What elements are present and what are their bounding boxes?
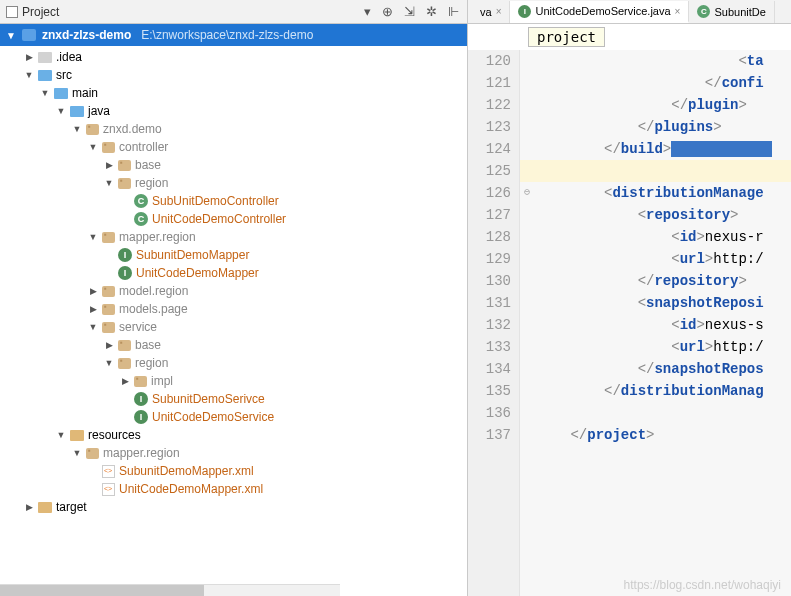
code-line[interactable]: <snapshotReposi bbox=[520, 292, 791, 314]
chevron-down-icon[interactable]: ▼ bbox=[24, 70, 34, 80]
tree-item[interactable]: ▶impl bbox=[0, 372, 467, 390]
line-number: 137 bbox=[468, 424, 511, 446]
tree-item[interactable]: ▼resources bbox=[0, 426, 467, 444]
code-line[interactable]: <repository> bbox=[520, 204, 791, 226]
code-line[interactable]: <url>http:/ bbox=[520, 248, 791, 270]
tree-item[interactable]: ▶CUnitCodeDemoController bbox=[0, 210, 467, 228]
code-area[interactable]: <ta </confi </plugin> </plugins> </build… bbox=[520, 50, 791, 596]
close-icon[interactable]: × bbox=[675, 6, 681, 17]
tree-item[interactable]: ▶target bbox=[0, 498, 467, 516]
editor-tab[interactable]: IUnitCodeDemoService.java× bbox=[510, 1, 689, 23]
chevron-right-icon[interactable]: ▶ bbox=[88, 304, 98, 314]
tree-item[interactable]: ▼controller bbox=[0, 138, 467, 156]
chevron-down-icon[interactable]: ▼ bbox=[40, 88, 50, 98]
code-line[interactable]: <id>nexus-r bbox=[520, 226, 791, 248]
collapse-icon[interactable]: ⇲ bbox=[401, 4, 417, 20]
chevron-down-icon[interactable]: ▼ bbox=[56, 106, 66, 116]
chevron-down-icon[interactable]: ▼ bbox=[88, 232, 98, 242]
code-line[interactable] bbox=[520, 160, 791, 182]
tree-item[interactable]: ▼java bbox=[0, 102, 467, 120]
gear-icon[interactable]: ✲ bbox=[423, 4, 439, 20]
chevron-down-icon: ▼ bbox=[6, 30, 16, 41]
tree-item[interactable]: ▼region bbox=[0, 174, 467, 192]
code-line[interactable]: </build> bbox=[520, 138, 791, 160]
code-line[interactable] bbox=[520, 402, 791, 424]
code-editor[interactable]: 1201211221231241251261271281291301311321… bbox=[468, 50, 791, 596]
code-line[interactable]: </distributionManag bbox=[520, 380, 791, 402]
code-line[interactable]: <url>http:/ bbox=[520, 336, 791, 358]
tree-item[interactable]: ▶CSubUnitDemoController bbox=[0, 192, 467, 210]
folder-icon bbox=[70, 106, 84, 117]
tree-item[interactable]: ▼mapper.region bbox=[0, 444, 467, 462]
line-number: 136 bbox=[468, 402, 511, 424]
project-root-row[interactable]: ▼ znxd-zlzs-demo E:\znworkspace\znxd-zlz… bbox=[0, 24, 467, 46]
tree-item[interactable]: ▼service bbox=[0, 318, 467, 336]
horizontal-scrollbar[interactable] bbox=[0, 584, 340, 596]
chevron-right-icon[interactable]: ▶ bbox=[120, 376, 130, 386]
chevron-right-icon[interactable]: ▶ bbox=[88, 286, 98, 296]
chevron-down-icon[interactable]: ▼ bbox=[104, 178, 114, 188]
tree-item[interactable]: ▼mapper.region bbox=[0, 228, 467, 246]
chevron-right-icon[interactable]: ▶ bbox=[104, 160, 114, 170]
locate-icon[interactable]: ⊕ bbox=[379, 4, 395, 20]
package-icon bbox=[86, 448, 99, 459]
fold-marker bbox=[520, 50, 534, 72]
class-icon: C bbox=[134, 194, 148, 208]
tree-item-label: UnitCodeDemoService bbox=[152, 410, 274, 424]
tree-item[interactable]: ▶models.page bbox=[0, 300, 467, 318]
tree-item[interactable]: ▶model.region bbox=[0, 282, 467, 300]
close-icon[interactable]: × bbox=[496, 6, 502, 17]
fold-marker[interactable]: ⊖ bbox=[520, 182, 534, 204]
chevron-right-icon[interactable]: ▶ bbox=[24, 502, 34, 512]
code-line[interactable]: </snapshotRepos bbox=[520, 358, 791, 380]
chevron-down-icon[interactable]: ▼ bbox=[56, 430, 66, 440]
tree-item[interactable]: ▼znxd.demo bbox=[0, 120, 467, 138]
code-line[interactable]: </plugins> bbox=[520, 116, 791, 138]
chevron-down-icon[interactable]: ▼ bbox=[104, 358, 114, 368]
code-line[interactable]: <id>nexus-s bbox=[520, 314, 791, 336]
tree-item[interactable]: ▶ISubunitDemoSerivce bbox=[0, 390, 467, 408]
chevron-down-icon[interactable]: ▼ bbox=[88, 322, 98, 332]
code-line[interactable]: <distributionManage bbox=[520, 182, 791, 204]
tree-item[interactable]: ▶ISubunitDemoMapper bbox=[0, 246, 467, 264]
dropdown-icon[interactable]: ▾ bbox=[359, 4, 375, 20]
tree-item-label: region bbox=[135, 356, 168, 370]
tree-item[interactable]: ▶IUnitCodeDemoService bbox=[0, 408, 467, 426]
editor-tab[interactable]: va× bbox=[472, 1, 510, 23]
code-line[interactable]: </plugin> bbox=[520, 94, 791, 116]
tab-label: SubunitDe bbox=[714, 6, 765, 18]
chevron-down-icon[interactable]: ▼ bbox=[72, 124, 82, 134]
code-line[interactable]: <ta bbox=[520, 50, 791, 72]
tree-item-label: resources bbox=[88, 428, 141, 442]
hide-icon[interactable]: ⊩ bbox=[445, 4, 461, 20]
chevron-down-icon[interactable]: ▼ bbox=[72, 448, 82, 458]
tree-item[interactable]: ▼main bbox=[0, 84, 467, 102]
tree-item[interactable]: ▼src bbox=[0, 66, 467, 84]
folder-icon bbox=[54, 88, 68, 99]
tree-item[interactable]: ▶base bbox=[0, 336, 467, 354]
code-line[interactable]: </repository> bbox=[520, 270, 791, 292]
chevron-down-icon[interactable]: ▼ bbox=[88, 142, 98, 152]
chevron-right-icon[interactable]: ▶ bbox=[24, 52, 34, 62]
code-line[interactable]: </project> bbox=[520, 424, 791, 446]
tree-item[interactable]: ▶IUnitCodeDemoMapper bbox=[0, 264, 467, 282]
editor-tab[interactable]: CSubunitDe bbox=[689, 1, 774, 23]
tree-item-label: mapper.region bbox=[119, 230, 196, 244]
tree-item-label: mapper.region bbox=[103, 446, 180, 460]
tree-item-label: region bbox=[135, 176, 168, 190]
tree-item[interactable]: ▶base bbox=[0, 156, 467, 174]
fold-marker bbox=[520, 138, 534, 160]
tree-item[interactable]: ▼region bbox=[0, 354, 467, 372]
package-icon bbox=[102, 304, 115, 315]
tree-item[interactable]: ▶SubunitDemoMapper.xml bbox=[0, 462, 467, 480]
tree-item-label: model.region bbox=[119, 284, 188, 298]
code-line[interactable]: </confi bbox=[520, 72, 791, 94]
breadcrumb-box[interactable]: project bbox=[528, 27, 605, 47]
tree-item[interactable]: ▶.idea bbox=[0, 48, 467, 66]
line-number: 134 bbox=[468, 358, 511, 380]
chevron-right-icon[interactable]: ▶ bbox=[104, 340, 114, 350]
tree-item-label: models.page bbox=[119, 302, 188, 316]
tree-item[interactable]: ▶UnitCodeDemoMapper.xml bbox=[0, 480, 467, 498]
fold-column[interactable]: ⊖ bbox=[520, 50, 534, 446]
project-tree[interactable]: ▶.idea▼src▼main▼java▼znxd.demo▼controlle… bbox=[0, 46, 467, 596]
